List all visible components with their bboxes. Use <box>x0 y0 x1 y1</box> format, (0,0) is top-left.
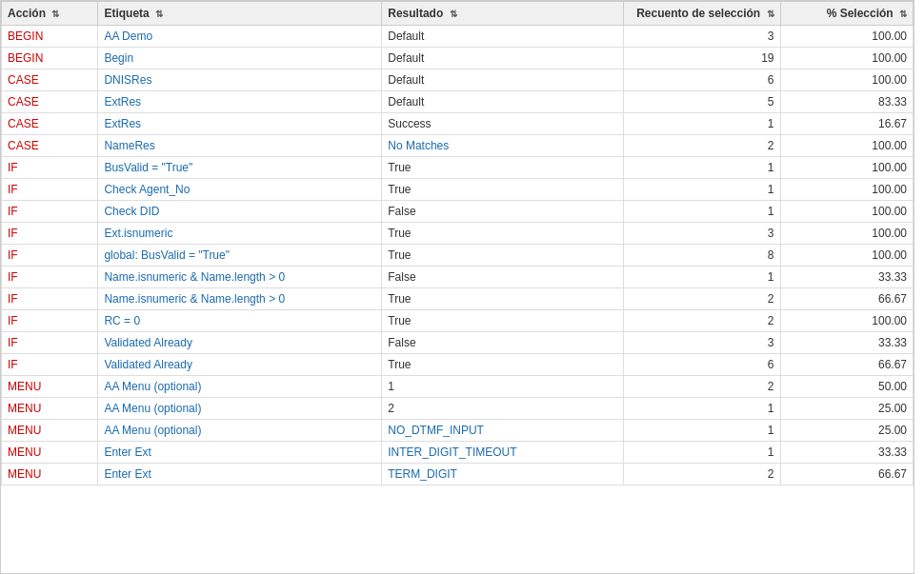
table-row[interactable]: MENU AA Menu (optional) NO_DTMF_INPUT 1 … <box>2 420 914 442</box>
cell-resultado: True <box>382 354 624 376</box>
table-row[interactable]: IF BusValid = "True" True 1 100.00 <box>2 157 914 179</box>
cell-accion: MENU <box>2 420 98 442</box>
recuento-value: 6 <box>768 358 774 371</box>
table-row[interactable]: IF Ext.isnumeric True 3 100.00 <box>2 223 914 245</box>
data-table-container[interactable]: Acción ⇅ Etiqueta ⇅ Resultado ⇅ Recuento… <box>0 0 914 574</box>
table-row[interactable]: BEGIN Begin Default 19 100.00 <box>2 48 914 69</box>
porcentaje-value: 25.00 <box>878 424 907 437</box>
table-row[interactable]: IF Validated Already False 3 33.33 <box>2 332 914 354</box>
resultado-value: No Matches <box>388 139 449 152</box>
etiqueta-value: ExtRes <box>104 95 141 109</box>
cell-recuento: 2 <box>623 288 780 310</box>
cell-recuento: 3 <box>623 223 780 245</box>
table-row[interactable]: IF RC = 0 True 2 100.00 <box>2 310 914 332</box>
recuento-value: 1 <box>768 445 774 459</box>
sort-recuento-icon[interactable]: ⇅ <box>767 9 774 19</box>
cell-porcentaje: 25.00 <box>780 398 913 420</box>
cell-recuento: 19 <box>623 48 780 69</box>
resultado-value: Success <box>388 117 431 130</box>
sort-resultado-icon[interactable]: ⇅ <box>450 9 457 19</box>
accion-value: IF <box>8 205 18 218</box>
accion-value: MENU <box>8 402 41 415</box>
table-row[interactable]: CASE ExtRes Default 5 83.33 <box>2 91 914 113</box>
cell-resultado: Default <box>382 91 624 113</box>
sort-accion-icon[interactable]: ⇅ <box>51 9 59 19</box>
porcentaje-value: 33.33 <box>878 445 907 459</box>
etiqueta-value: BusValid = "True" <box>104 161 192 174</box>
cell-porcentaje: 100.00 <box>780 310 913 332</box>
cell-resultado: Success <box>382 113 624 135</box>
recuento-value: 3 <box>768 227 774 240</box>
cell-resultado: False <box>382 201 624 223</box>
cell-recuento: 1 <box>623 398 780 420</box>
table-row[interactable]: IF Name.isnumeric & Name.length > 0 True… <box>2 288 914 310</box>
recuento-value: 5 <box>768 95 774 109</box>
resultado-value: True <box>388 292 411 306</box>
porcentaje-value: 33.33 <box>878 336 907 349</box>
cell-recuento: 2 <box>623 376 780 398</box>
table-row[interactable]: MENU Enter Ext INTER_DIGIT_TIMEOUT 1 33.… <box>2 442 914 464</box>
table-row[interactable]: CASE ExtRes Success 1 16.67 <box>2 113 914 135</box>
resultado-value: TERM_DIGIT <box>388 467 457 481</box>
cell-etiqueta: Begin <box>98 48 382 69</box>
etiqueta-value: global: BusValid = "True" <box>104 248 230 262</box>
sort-etiqueta-icon[interactable]: ⇅ <box>155 9 163 19</box>
cell-recuento: 6 <box>623 354 780 376</box>
cell-recuento: 6 <box>623 69 780 91</box>
table-row[interactable]: CASE NameRes No Matches 2 100.00 <box>2 135 914 157</box>
table-row[interactable]: MENU AA Menu (optional) 1 2 50.00 <box>2 376 914 398</box>
resultado-value: True <box>388 183 411 196</box>
header-recuento[interactable]: Recuento de selección ⇅ <box>623 2 780 26</box>
etiqueta-value: Enter Ext <box>104 467 151 481</box>
cell-porcentaje: 66.67 <box>780 354 913 376</box>
cell-etiqueta: Validated Already <box>98 354 382 376</box>
recuento-value: 1 <box>768 117 774 130</box>
cell-recuento: 1 <box>623 179 780 201</box>
table-row[interactable]: BEGIN AA Demo Default 3 100.00 <box>2 26 914 48</box>
recuento-value: 3 <box>768 30 774 43</box>
table-row[interactable]: CASE DNISRes Default 6 100.00 <box>2 69 914 91</box>
header-accion[interactable]: Acción ⇅ <box>2 2 98 26</box>
table-row[interactable]: IF Check Agent_No True 1 100.00 <box>2 179 914 201</box>
table-row[interactable]: IF global: BusValid = "True" True 8 100.… <box>2 245 914 267</box>
resultado-value: 1 <box>388 380 394 393</box>
table-header-row: Acción ⇅ Etiqueta ⇅ Resultado ⇅ Recuento… <box>2 2 914 26</box>
header-resultado[interactable]: Resultado ⇅ <box>382 2 624 26</box>
cell-resultado: No Matches <box>382 135 624 157</box>
header-porcentaje-label: % Selección <box>827 7 894 20</box>
porcentaje-value: 66.67 <box>878 467 907 481</box>
cell-porcentaje: 83.33 <box>780 91 913 113</box>
accion-value: IF <box>8 358 18 371</box>
cell-etiqueta: BusValid = "True" <box>98 157 382 179</box>
header-porcentaje[interactable]: % Selección ⇅ <box>780 2 913 26</box>
accion-value: CASE <box>8 95 39 109</box>
table-row[interactable]: MENU Enter Ext TERM_DIGIT 2 66.67 <box>2 464 914 485</box>
cell-porcentaje: 100.00 <box>780 179 913 201</box>
recuento-value: 2 <box>768 292 774 306</box>
sort-porcentaje-icon[interactable]: ⇅ <box>899 9 907 19</box>
accion-value: IF <box>8 314 18 327</box>
table-row[interactable]: IF Check DID False 1 100.00 <box>2 201 914 223</box>
cell-recuento: 1 <box>623 420 780 442</box>
header-etiqueta[interactable]: Etiqueta ⇅ <box>98 2 382 26</box>
cell-etiqueta: AA Demo <box>98 26 382 48</box>
accion-value: IF <box>8 336 18 349</box>
table-row[interactable]: MENU AA Menu (optional) 2 1 25.00 <box>2 398 914 420</box>
cell-porcentaje: 100.00 <box>780 157 913 179</box>
porcentaje-value: 100.00 <box>872 248 907 262</box>
cell-porcentaje: 100.00 <box>780 201 913 223</box>
table-row[interactable]: IF Name.isnumeric & Name.length > 0 Fals… <box>2 267 914 288</box>
resultado-value: True <box>388 161 411 174</box>
porcentaje-value: 100.00 <box>872 51 907 65</box>
cell-recuento: 2 <box>623 310 780 332</box>
cell-resultado: False <box>382 267 624 288</box>
recuento-value: 1 <box>768 402 774 415</box>
cell-porcentaje: 33.33 <box>780 267 913 288</box>
cell-etiqueta: ExtRes <box>98 91 382 113</box>
cell-etiqueta: Name.isnumeric & Name.length > 0 <box>98 288 382 310</box>
table-row[interactable]: IF Validated Already True 6 66.67 <box>2 354 914 376</box>
porcentaje-value: 100.00 <box>872 73 907 87</box>
accion-value: IF <box>8 161 18 174</box>
resultado-value: True <box>388 314 411 327</box>
etiqueta-value: Name.isnumeric & Name.length > 0 <box>104 292 285 306</box>
